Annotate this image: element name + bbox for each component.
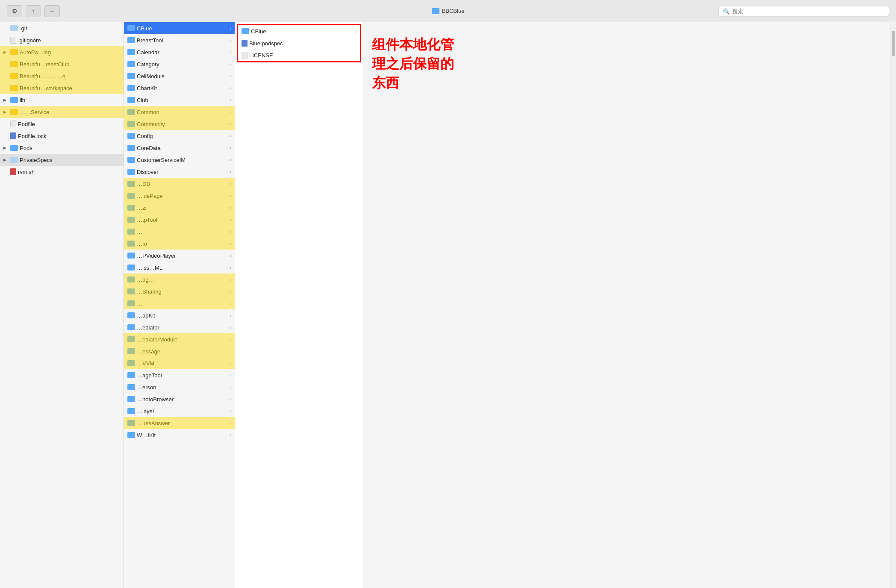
- file-icon: [127, 217, 135, 223]
- list-item[interactable]: …tpTool›: [124, 214, 235, 226]
- list-item[interactable]: …hotoBrowser›: [124, 393, 235, 405]
- scrollbar-thumb[interactable]: [892, 31, 895, 56]
- list-item[interactable]: Podfile: [0, 118, 124, 130]
- chevron-icon: ›: [230, 397, 231, 402]
- file-name: Discover: [137, 169, 228, 175]
- file-icon: [127, 432, 135, 438]
- list-item[interactable]: Category›: [124, 58, 235, 70]
- list-item[interactable]: …›: [124, 226, 235, 238]
- list-item[interactable]: …apKit›: [124, 309, 235, 321]
- list-item[interactable]: Calendar›: [124, 46, 235, 58]
- search-input[interactable]: [732, 8, 884, 14]
- file-name: Config: [137, 133, 228, 139]
- file-name: ChartKit: [137, 85, 228, 91]
- file-name: BreastTool: [137, 37, 228, 44]
- file-icon: [10, 49, 18, 55]
- list-item[interactable]: …uesAnswer›: [124, 417, 235, 429]
- list-item[interactable]: Club›: [124, 94, 235, 106]
- file-icon: [10, 37, 16, 44]
- expand-arrow: ▶: [3, 158, 9, 162]
- list-item[interactable]: Beautifu…reastClub: [0, 58, 124, 70]
- file-name: Community: [137, 121, 228, 127]
- list-item[interactable]: Discover›: [124, 166, 235, 178]
- list-item[interactable]: Community›: [124, 118, 235, 130]
- list-item[interactable]: …PVideoPlayer›: [124, 250, 235, 262]
- list-item[interactable]: rvm.sh: [0, 166, 124, 178]
- list-item[interactable]: …VVM›: [124, 357, 235, 369]
- list-item[interactable]: ▶AutoPa…ing: [0, 46, 124, 58]
- chevron-icon: ›: [230, 385, 231, 390]
- file-icon: [10, 109, 18, 115]
- back-button[interactable]: ←: [44, 5, 60, 17]
- scrollbar[interactable]: [890, 22, 896, 588]
- list-item[interactable]: ▶PrivateSpecs: [0, 154, 124, 166]
- list-item[interactable]: …›: [124, 297, 235, 309]
- list-item[interactable]: …essage›: [124, 345, 235, 357]
- list-item[interactable]: BreastTool›: [124, 34, 235, 46]
- file-name: AutoPa…ing: [20, 49, 120, 56]
- list-item[interactable]: Common›: [124, 106, 235, 118]
- list-item[interactable]: ChartKit›: [124, 82, 235, 94]
- list-item[interactable]: Config›: [124, 130, 235, 142]
- list-item[interactable]: …idePage›: [124, 190, 235, 202]
- file-name: Beautifu…workspace: [20, 85, 120, 91]
- list-item[interactable]: ▶lib: [0, 94, 124, 106]
- file-icon: [127, 253, 135, 259]
- file-icon: [127, 205, 135, 211]
- list-item[interactable]: CustomerServiceIM›: [124, 154, 235, 166]
- list-item[interactable]: .gitignore: [0, 34, 124, 46]
- list-item[interactable]: .git: [0, 22, 124, 34]
- list-item[interactable]: …ageTool›: [124, 369, 235, 381]
- chevron-icon: ›: [230, 229, 231, 234]
- list-item[interactable]: Beautifu…workspace: [0, 82, 124, 94]
- column-2: CBlue›BreastTool›Calendar›Category›CellM…: [124, 22, 235, 588]
- list-item[interactable]: ▶Pods: [0, 142, 124, 154]
- file-name: CBlue: [137, 25, 228, 32]
- list-item[interactable]: CellModule›: [124, 70, 235, 82]
- list-item[interactable]: Podfile.lock: [0, 130, 124, 142]
- list-item[interactable]: CBlue›: [124, 22, 235, 34]
- list-item[interactable]: …ediatorModule›: [124, 333, 235, 345]
- file-icon: [127, 145, 135, 151]
- file-icon: [127, 97, 135, 103]
- chevron-icon: ›: [230, 301, 231, 306]
- chevron-icon: ›: [230, 158, 231, 162]
- list-item[interactable]: …layer›: [124, 405, 235, 417]
- chevron-icon: ›: [230, 62, 231, 67]
- settings-button[interactable]: ⚙: [7, 5, 22, 17]
- share-button[interactable]: ↑: [26, 5, 41, 17]
- list-item[interactable]: CoreData›: [124, 142, 235, 154]
- chevron-icon: ›: [230, 349, 231, 354]
- file-icon: [127, 49, 135, 55]
- chevron-icon: ›: [230, 170, 231, 174]
- file-icon: [10, 157, 18, 163]
- file-name: LICENSE: [249, 52, 357, 59]
- chevron-icon: ›: [230, 218, 231, 222]
- file-name: …: [137, 229, 228, 235]
- file-name: Calendar: [137, 49, 228, 56]
- list-item[interactable]: …Sharing›: [124, 285, 235, 297]
- file-icon: [127, 85, 135, 91]
- list-item[interactable]: …DB›: [124, 178, 235, 190]
- list-item[interactable]: …fo›: [124, 238, 235, 250]
- list-item[interactable]: CBlue›: [238, 25, 360, 37]
- list-item[interactable]: ▶……Service: [0, 106, 124, 118]
- list-item[interactable]: Beautifu…………oj: [0, 70, 124, 82]
- list-item[interactable]: Blue.podspec: [238, 37, 360, 49]
- chevron-icon: ›: [230, 421, 231, 426]
- file-name: Beautifu…reastClub: [20, 61, 120, 68]
- list-item[interactable]: …iss…ML›: [124, 262, 235, 273]
- list-item[interactable]: W…IKit›: [124, 429, 235, 441]
- chevron-icon: ›: [230, 289, 231, 294]
- list-item[interactable]: …ediator›: [124, 321, 235, 333]
- file-icon: [127, 169, 135, 175]
- search-bar[interactable]: 🔍: [718, 6, 889, 16]
- chevron-icon: ›: [230, 313, 231, 318]
- file-name: …zi: [137, 205, 228, 211]
- list-item[interactable]: …og…›: [124, 273, 235, 285]
- file-name: …hotoBrowser: [137, 396, 228, 403]
- list-item[interactable]: …zi›: [124, 202, 235, 214]
- list-item[interactable]: …erson›: [124, 381, 235, 393]
- file-name: …ediatorModule: [137, 336, 228, 343]
- list-item[interactable]: LICENSE: [238, 49, 360, 61]
